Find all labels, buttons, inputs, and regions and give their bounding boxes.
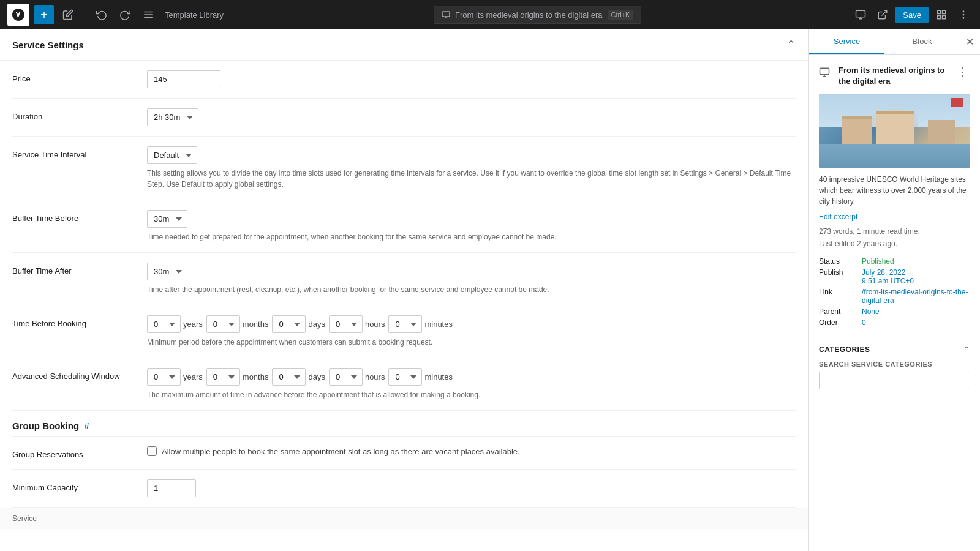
minimum-capacity-input[interactable] <box>147 479 196 497</box>
close-right-panel-button[interactable]: ✕ <box>960 29 980 54</box>
advanced-scheduling-label: Advanced Scheduling Window <box>12 368 147 381</box>
parent-value[interactable]: None <box>862 307 880 316</box>
preview-button[interactable] <box>851 6 870 24</box>
adv-years-label: years <box>183 372 203 381</box>
service-time-interval-select[interactable]: Default 15m 30m 1h <box>147 146 197 164</box>
minutes-label: minutes <box>424 320 453 329</box>
minutes-unit: 01530 minutes <box>388 315 453 333</box>
svg-point-15 <box>963 14 964 15</box>
months-unit: 012 months <box>206 315 269 333</box>
buffer-time-after-row: Buffer Time After 30m 0m 15m 1h Time aft… <box>12 253 796 305</box>
save-button[interactable]: Save <box>895 7 929 23</box>
order-value[interactable]: 0 <box>862 318 866 327</box>
svg-point-16 <box>963 18 964 19</box>
topbar-center: From its medieval origins to the digital… <box>228 6 846 24</box>
parent-row: Parent None <box>819 307 970 316</box>
thumbnail-image <box>819 94 970 168</box>
adv-months-select[interactable]: 012 <box>206 368 240 386</box>
buffer-time-after-control: 30m 0m 15m 1h Time after the appointment… <box>147 263 796 295</box>
thumb-building1 <box>842 116 872 146</box>
tab-service[interactable]: Service <box>809 29 884 54</box>
categories-toggle-button[interactable]: ⌃ <box>963 345 970 354</box>
wp-logo <box>7 4 29 26</box>
months-select[interactable]: 012 <box>206 315 240 333</box>
svg-rect-12 <box>943 16 946 19</box>
adv-minutes-select[interactable]: 01530 <box>388 368 422 386</box>
days-label: days <box>308 320 325 329</box>
settings-panel-button[interactable] <box>932 6 951 24</box>
days-unit: 012 days <box>272 315 325 333</box>
svg-rect-11 <box>943 10 946 13</box>
duration-select[interactable]: 2h 30m 30m 1h 1h 30m 2h 3h <box>147 108 198 126</box>
publish-date-link[interactable]: July 28, 2022 <box>862 268 905 277</box>
minimum-capacity-label: Minimum Capacity <box>12 479 147 492</box>
document-search[interactable]: From its medieval origins to the digital… <box>434 6 641 24</box>
status-label: Status <box>819 257 862 266</box>
adv-months-unit: 012 months <box>206 368 269 386</box>
topbar: + Template Library From its medieval ori… <box>0 0 980 29</box>
buffer-time-after-select[interactable]: 30m 0m 15m 1h <box>147 263 187 280</box>
status-value: Published <box>862 257 894 266</box>
collapse-button[interactable]: ⌃ <box>786 38 796 51</box>
buffer-time-before-select[interactable]: 30m 0m 15m 1h <box>147 210 187 228</box>
right-panel: Service Block ✕ From its medieval origin… <box>809 29 980 551</box>
minimum-capacity-row: Minimum Capacity <box>12 470 796 508</box>
time-before-booking-label: Time Before Booking <box>12 315 147 328</box>
advanced-scheduling-help: The maximum amount of time in advance be… <box>147 389 796 400</box>
publish-value: July 28, 2022 9:51 am UTC+0 <box>862 268 914 285</box>
service-time-interval-help: This setting allows you to divide the da… <box>147 168 796 190</box>
adv-months-label: months <box>243 372 269 381</box>
price-row: Price <box>12 61 796 99</box>
buffer-time-after-help: Time after the appointment (rest, cleanu… <box>147 284 796 295</box>
svg-point-14 <box>963 11 964 12</box>
adv-minutes-unit: 01530 minutes <box>388 368 453 386</box>
adv-hours-label: hours <box>365 372 385 381</box>
right-panel-tabs: Service Block ✕ <box>809 29 980 55</box>
more-options-button[interactable] <box>954 6 973 24</box>
group-reservations-row: Group Reservations Allow multiple people… <box>12 437 796 470</box>
group-reservations-control: Allow multiple people to book the same a… <box>147 446 796 456</box>
duration-label: Duration <box>12 108 147 121</box>
years-select[interactable]: 012 <box>147 315 181 333</box>
minimum-capacity-control <box>147 479 796 497</box>
service-time-interval-row: Service Time Interval Default 15m 30m 1h… <box>12 137 796 200</box>
redo-button[interactable] <box>116 6 134 24</box>
minutes-select[interactable]: 01530 <box>388 315 422 333</box>
doc-thumbnail <box>819 94 970 168</box>
adv-days-label: days <box>308 372 325 381</box>
buffer-time-before-label: Buffer Time Before <box>12 210 147 223</box>
group-booking-anchor[interactable]: # <box>84 421 89 431</box>
undo-button[interactable] <box>92 6 111 24</box>
svg-rect-13 <box>937 16 940 19</box>
adv-days-select[interactable]: 012 <box>272 368 306 386</box>
adv-minutes-label: minutes <box>424 372 453 381</box>
hours-select[interactable]: 012 <box>329 315 363 333</box>
menu-button[interactable] <box>139 6 157 24</box>
link-value[interactable]: /from-its-medieval-origins-to-the-digita… <box>862 288 970 305</box>
hours-label: hours <box>365 320 385 329</box>
add-new-button[interactable]: + <box>34 5 54 24</box>
years-label: years <box>183 320 203 329</box>
external-link-button[interactable] <box>873 6 892 24</box>
thumb-building3 <box>928 120 955 146</box>
buffer-time-before-row: Buffer Time Before 30m 0m 15m 1h Time ne… <box>12 200 796 253</box>
adv-hours-select[interactable]: 012 <box>329 368 363 386</box>
doc-card-menu-button[interactable]: ⋮ <box>954 65 970 78</box>
categories-title: Categories <box>819 345 870 354</box>
service-time-interval-label: Service Time Interval <box>12 146 147 159</box>
days-select[interactable]: 012 <box>272 315 306 333</box>
adv-years-unit: 012 years <box>147 368 203 386</box>
adv-years-select[interactable]: 012 <box>147 368 181 386</box>
svg-rect-10 <box>937 10 940 13</box>
edit-pen-button[interactable] <box>59 6 77 24</box>
tab-block[interactable]: Block <box>884 29 960 54</box>
price-input[interactable] <box>147 70 221 88</box>
advanced-scheduling-row: Advanced Scheduling Window 012 years 012… <box>12 358 796 411</box>
order-row: Order 0 <box>819 318 970 327</box>
svg-line-9 <box>882 10 887 15</box>
group-reservations-checkbox[interactable] <box>147 446 157 456</box>
buffer-time-before-help: Time needed to get prepared for the appo… <box>147 231 796 242</box>
publish-time-link[interactable]: 9:51 am UTC+0 <box>862 277 914 285</box>
edit-excerpt-link[interactable]: Edit excerpt <box>819 212 858 221</box>
search-categories-input[interactable] <box>819 372 970 389</box>
